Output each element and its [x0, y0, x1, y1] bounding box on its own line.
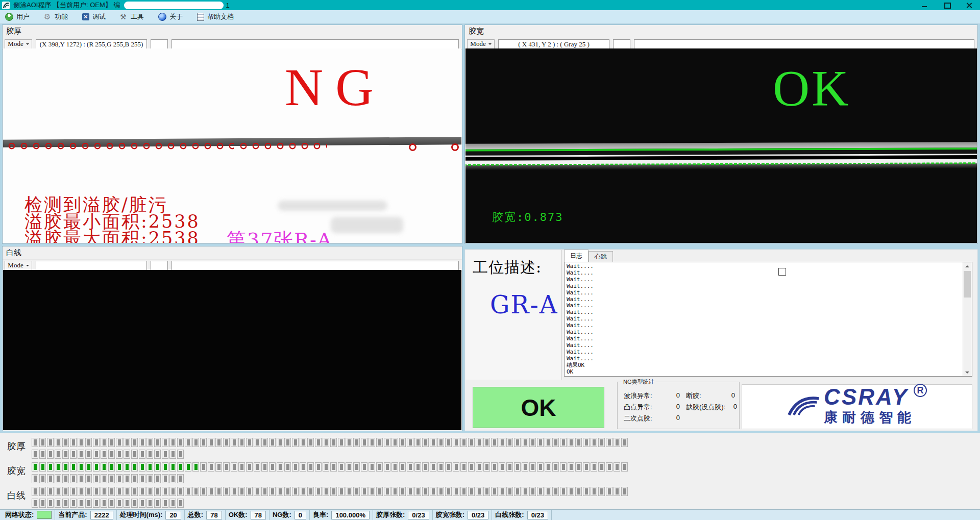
indicator-cell [116, 487, 122, 496]
indicator-cell [369, 438, 375, 447]
camera-image-glue-width[interactable]: OK 胶宽:0.873 [465, 48, 977, 243]
minimize-button[interactable] [921, 2, 928, 9]
indicator-cell [606, 462, 612, 472]
indicator-cell [545, 487, 551, 496]
menu-item-tools[interactable]: 工具 [120, 12, 144, 21]
indicator-cell [583, 438, 590, 447]
camera-image-white-line[interactable] [3, 270, 461, 430]
indicator-cell [146, 450, 153, 459]
indicator-cell [55, 499, 61, 508]
indicator-cell [560, 487, 567, 496]
toolbar-box [151, 39, 168, 49]
menu-label: 功能 [55, 12, 68, 21]
indicator-cell [177, 474, 184, 483]
menu-item-debug[interactable]: 调试 [82, 12, 106, 21]
mode-dropdown[interactable]: Mode [5, 261, 32, 270]
indicator-cell [254, 487, 260, 496]
menu-item-about[interactable]: 关于 [158, 12, 183, 21]
indicator-cell [223, 462, 230, 472]
menu-item-help[interactable]: 帮助文档 [197, 12, 234, 21]
close-button[interactable] [966, 2, 973, 9]
indicator-cell [430, 438, 436, 447]
indicator-cell [131, 474, 138, 483]
indicator-cell [323, 487, 329, 496]
defect-description: 检测到溢胶/脏污 溢胶最小面积:2538 溢胶最大面积:2538 [24, 196, 200, 243]
brand-name: CSRAY [824, 387, 909, 407]
indicator-cell [361, 462, 368, 472]
mode-dropdown[interactable]: Mode [467, 39, 495, 49]
indicator-cell [47, 487, 54, 496]
tab-heartbeat[interactable]: 心跳 [589, 251, 613, 262]
maximize-button[interactable] [943, 2, 950, 9]
indicator-cell [330, 438, 337, 447]
indicator-cell [231, 438, 237, 447]
menu-item-functions[interactable]: 功能 [44, 12, 68, 21]
status-value: 0 [295, 511, 306, 519]
stat-row: 凸点异常:0 [624, 403, 680, 412]
toolbar-box [634, 39, 974, 49]
scroll-up-icon[interactable] [963, 262, 971, 270]
indicator-cell [238, 438, 245, 447]
indicator-cell [315, 438, 322, 447]
indicator-cell [78, 438, 84, 447]
indicator-cell [292, 462, 299, 472]
stat-row: 波浪异常:0 [624, 391, 680, 401]
indicator-cell [346, 462, 352, 472]
indicator-cell [307, 438, 314, 447]
indicator-cell [62, 438, 69, 447]
camera-image-glue-thickness[interactable]: NG 检测到溢胶/脏污 溢胶最小面积:2538 溢胶最大面积:2538 第37张… [3, 48, 461, 243]
indicator-cell [154, 450, 161, 459]
indicator-cell [361, 438, 368, 447]
indicator-cell [185, 438, 191, 447]
indicator-cell [277, 438, 283, 447]
indicator-cell [261, 462, 268, 472]
log-tabs: 日志 心跳 [564, 250, 613, 262]
indicator-cell [491, 438, 498, 447]
censored-region [124, 2, 224, 9]
indicator-cell [353, 438, 360, 447]
indicator-row-glue-width-2 [32, 474, 185, 483]
indicator-cell [85, 450, 92, 459]
indicator-cell [292, 438, 299, 447]
log-panel[interactable]: Wait....Wait....Wait....Wait....Wait....… [564, 262, 972, 377]
indicator-cell [284, 462, 291, 472]
indicator-cell [215, 487, 222, 496]
menu-item-user[interactable]: 用户 [5, 12, 30, 21]
indicator-cell [238, 462, 245, 472]
indicator-cell [483, 462, 490, 472]
status-label: 胶宽张数: [436, 510, 464, 519]
status-value: 100.000% [331, 511, 370, 519]
stat-label: 缺胶(没点胶): [686, 403, 725, 412]
log-list: Wait....Wait....Wait....Wait....Wait....… [567, 263, 962, 376]
indicator-cell [70, 438, 77, 447]
stat-label: 断胶: [686, 391, 701, 401]
indicator-cell [47, 438, 54, 447]
indicator-cell [32, 462, 38, 472]
log-checkbox[interactable] [778, 268, 786, 276]
mode-dropdown[interactable]: Mode [5, 39, 32, 49]
indicator-cell [514, 462, 521, 472]
indicator-cell [369, 487, 375, 496]
status-current-product: 当前产品:2222 [55, 510, 116, 520]
indicator-cell [391, 438, 398, 447]
toolbar-box [613, 39, 630, 49]
indicator-cell [315, 462, 322, 472]
indicator-cell [101, 450, 107, 459]
indicator-cell [261, 438, 268, 447]
defect-marks [6, 143, 234, 150]
scroll-down-icon[interactable] [963, 368, 971, 376]
indicator-cell [139, 487, 145, 496]
indicator-cell [537, 462, 544, 472]
indicator-cell [192, 487, 199, 496]
indicator-cell [583, 487, 590, 496]
indicator-cell [139, 474, 145, 483]
indicator-cell [70, 450, 77, 459]
indicator-cell [78, 499, 84, 508]
indicator-cell [269, 438, 276, 447]
log-scrollbar[interactable] [963, 262, 972, 376]
indicator-cell [154, 474, 161, 483]
indicator-cell [430, 487, 436, 496]
tab-log[interactable]: 日志 [564, 250, 589, 262]
scrollbar-thumb[interactable] [964, 271, 971, 298]
indicator-cell [422, 462, 429, 472]
